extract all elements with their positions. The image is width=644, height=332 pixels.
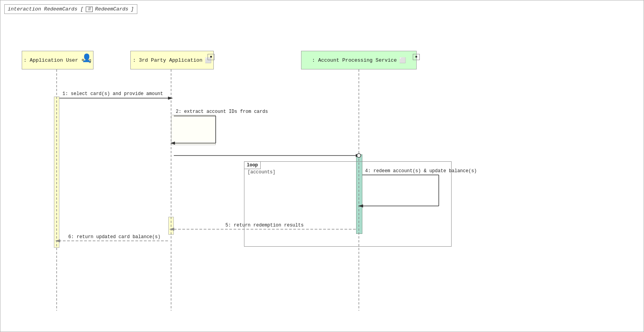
self-call-box bbox=[171, 115, 216, 145]
interaction-tab-label: RedeemCards bbox=[95, 6, 128, 12]
component-figure-1: ■ bbox=[208, 54, 215, 60]
lifeline-box-third-party: : 3rd Party Application ⬜ bbox=[130, 51, 214, 69]
interaction-text: interaction RedeemCards [ bbox=[8, 6, 83, 12]
component-figure-2: ■ bbox=[413, 54, 420, 60]
component-icon-2: ⬜ bbox=[399, 57, 406, 64]
interaction-close: ] bbox=[131, 6, 134, 12]
account-service-label: : Account Processing Service bbox=[312, 57, 396, 63]
loop-box: loop [accounts] bbox=[244, 161, 452, 247]
interaction-label: interaction RedeemCards [ ☰ RedeemCards … bbox=[4, 4, 137, 14]
activation-bar-user bbox=[54, 97, 59, 248]
msg6-label: 6: return updated card balance(s) bbox=[68, 234, 161, 240]
msg1-label: 1: select card(s) and provide amount bbox=[62, 91, 163, 97]
activation-bar-third-party bbox=[168, 217, 174, 235]
svg-marker-4 bbox=[168, 97, 173, 100]
third-party-label: : 3rd Party Application bbox=[133, 57, 202, 63]
interaction-icon: ☰ bbox=[86, 7, 93, 12]
msg4-label: 4: redeem account(s) & update balance(s) bbox=[365, 168, 477, 174]
loop-condition: [accounts] bbox=[248, 169, 275, 175]
app-user-label: : Application User bbox=[24, 57, 78, 63]
loop-label: loop bbox=[244, 161, 261, 169]
actor-figure: 👤 bbox=[82, 53, 92, 63]
msg2-label: 2: extract account IDs from cards bbox=[176, 109, 268, 114]
diagram-canvas: interaction RedeemCards [ ☰ RedeemCards … bbox=[0, 0, 644, 332]
lifeline-box-account-service: : Account Processing Service ⬜ bbox=[301, 51, 417, 69]
msg5-label: 5: return redemption results bbox=[225, 223, 304, 228]
